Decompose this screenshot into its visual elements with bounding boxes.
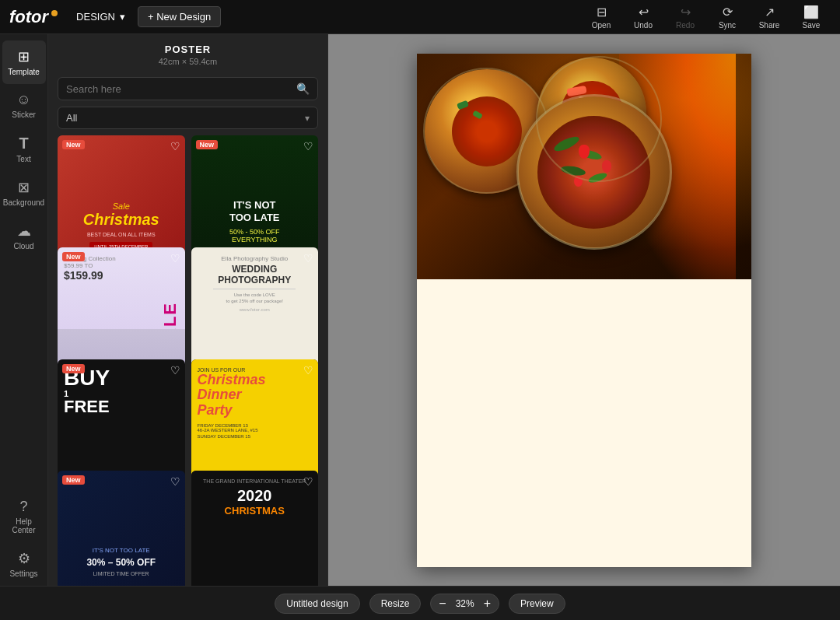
- favorite-icon[interactable]: ♡: [303, 364, 313, 377]
- logo-dot: [51, 10, 58, 16]
- open-icon: ⊟: [597, 5, 607, 19]
- preview-button[interactable]: Preview: [509, 594, 565, 614]
- new-badge: New: [62, 140, 85, 149]
- topbar-actions: ⊟ Open ↩ Undo ↪ Redo ⟳ Sync ↗ Share ⬜ Sa…: [582, 2, 831, 33]
- new-badge: New: [62, 475, 85, 485]
- panel-title: POSTER: [61, 44, 315, 55]
- search-icon[interactable]: 🔍: [296, 82, 310, 95]
- bottom-bar: Untitled design Resize − 32% + Preview: [0, 586, 840, 620]
- template-icon: ⊞: [18, 48, 30, 65]
- sidebar-item-template[interactable]: ⊞ Template: [2, 40, 46, 84]
- design-label: DESIGN: [76, 11, 115, 23]
- sidebar-item-cloud[interactable]: ☁ Cloud: [2, 215, 46, 258]
- save-icon: ⬜: [803, 5, 819, 19]
- sidebar-item-help[interactable]: ? Help Center: [2, 491, 46, 542]
- logo-text: fotor: [9, 7, 48, 27]
- template-panel: POSTER 42cm × 59.4cm 🔍 All ▾ Sale Christ…: [48, 34, 328, 586]
- template-grid: Sale Christmas BEST DEAL ON ALL ITEMS UN…: [48, 135, 327, 586]
- main-area: ⊞ Template ☺ Sticker T Text ⊠ Background…: [0, 34, 840, 586]
- zoom-level: 32%: [453, 598, 478, 609]
- design-name-button[interactable]: Untitled design: [275, 594, 359, 614]
- undo-label: Undo: [634, 21, 653, 30]
- topbar: fotor DESIGN ▾ + New Design ⊟ Open ↩ Und…: [0, 0, 840, 34]
- text-icon: T: [19, 135, 28, 152]
- cloud-icon: ☁: [17, 222, 31, 240]
- save-button[interactable]: ⬜ Save: [792, 2, 831, 33]
- open-label: Open: [592, 21, 611, 30]
- settings-icon: ⚙: [18, 550, 30, 567]
- zoom-out-button[interactable]: −: [439, 597, 446, 610]
- panel-header: POSTER 42cm × 59.4cm: [48, 34, 327, 72]
- new-design-button[interactable]: + New Design: [138, 6, 221, 27]
- new-badge: New: [62, 364, 85, 373]
- favorite-icon[interactable]: ♡: [303, 475, 313, 488]
- canvas-area[interactable]: [328, 34, 840, 586]
- search-input[interactable]: [66, 83, 290, 95]
- favorite-icon[interactable]: ♡: [170, 475, 180, 488]
- redo-label: Redo: [676, 21, 695, 30]
- canvas-image: [417, 54, 751, 279]
- favorite-icon[interactable]: ♡: [170, 252, 180, 264]
- sync-label: Sync: [719, 21, 736, 30]
- chevron-down-icon: ▾: [120, 11, 125, 23]
- undo-button[interactable]: ↩ Undo: [624, 2, 663, 33]
- chevron-down-icon: ▾: [305, 113, 310, 124]
- logo: fotor: [9, 7, 58, 27]
- template-card-not-too-late-2[interactable]: IT'S NOT TOO LATE 30% – 50% OFF LIMITED …: [58, 471, 185, 586]
- save-label: Save: [803, 21, 821, 30]
- sync-icon: ⟳: [723, 5, 733, 19]
- undo-icon: ↩: [639, 5, 649, 19]
- sidebar-item-sticker-label: Sticker: [12, 110, 36, 119]
- sidebar-item-cloud-label: Cloud: [13, 242, 33, 250]
- favorite-icon[interactable]: ♡: [303, 252, 313, 264]
- zoom-in-button[interactable]: +: [484, 597, 491, 610]
- filter-label: All: [66, 112, 77, 124]
- canvas-bottom: [417, 279, 751, 567]
- sidebar-item-background-label: Background: [3, 198, 44, 207]
- search-bar: 🔍: [58, 77, 318, 100]
- background-icon: ⊠: [18, 179, 30, 196]
- redo-icon: ↪: [681, 5, 691, 19]
- sidebar-item-help-label: Help Center: [7, 517, 41, 534]
- sidebar-item-background[interactable]: ⊠ Background: [2, 171, 46, 215]
- new-badge: New: [62, 252, 85, 261]
- redo-button[interactable]: ↪ Redo: [666, 2, 705, 33]
- sidebar-item-text[interactable]: T Text: [2, 127, 46, 171]
- share-button[interactable]: ↗ Share: [750, 2, 789, 33]
- sidebar: ⊞ Template ☺ Sticker T Text ⊠ Background…: [0, 34, 48, 586]
- open-button[interactable]: ⊟ Open: [582, 2, 621, 33]
- new-design-label: + New Design: [148, 11, 211, 23]
- zoom-control: − 32% +: [430, 594, 499, 614]
- resize-button[interactable]: Resize: [369, 594, 422, 614]
- sidebar-item-template-label: Template: [8, 68, 40, 76]
- preview-label: Preview: [520, 598, 554, 609]
- canvas[interactable]: [417, 54, 751, 567]
- sidebar-item-sticker[interactable]: ☺ Sticker: [2, 84, 46, 127]
- favorite-icon[interactable]: ♡: [170, 364, 180, 377]
- sidebar-item-settings-label: Settings: [9, 569, 37, 578]
- sticker-icon: ☺: [16, 92, 30, 108]
- design-name-label: Untitled design: [286, 598, 348, 609]
- pizza-scene: [417, 54, 751, 279]
- template-card-2020-christmas[interactable]: THE GRAND INTERNATIONAL THEATER 2020 CHR…: [191, 471, 319, 586]
- sync-button[interactable]: ⟳ Sync: [708, 2, 747, 33]
- filter-dropdown[interactable]: All ▾: [58, 107, 318, 129]
- share-icon: ↗: [765, 5, 775, 19]
- panel-subtitle: 42cm × 59.4cm: [61, 57, 315, 66]
- new-badge: New: [196, 140, 219, 149]
- favorite-icon[interactable]: ♡: [303, 140, 313, 152]
- help-icon: ?: [19, 499, 27, 515]
- favorite-icon[interactable]: ♡: [170, 140, 180, 152]
- design-menu-button[interactable]: DESIGN ▾: [70, 8, 131, 26]
- share-label: Share: [759, 21, 780, 30]
- sidebar-item-settings[interactable]: ⚙ Settings: [2, 542, 46, 586]
- sidebar-item-text-label: Text: [16, 155, 30, 163]
- resize-label: Resize: [381, 598, 410, 609]
